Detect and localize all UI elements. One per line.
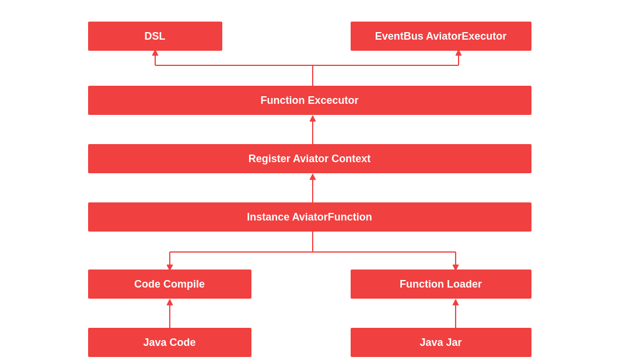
code-compile-label: Code Compile: [134, 278, 205, 290]
java-jar-box: Java Jar: [351, 328, 531, 357]
arrowhead-funcexec: [310, 116, 316, 121]
function-loader-box: Function Loader: [351, 270, 531, 299]
arrowhead-loader-bottom: [453, 299, 459, 305]
eventbus-label: EventBus AviatorExecutor: [375, 30, 507, 43]
function-executor-box: Function Excecutor: [88, 86, 531, 115]
arrows-overlay: [71, 10, 549, 354]
java-jar-label: Java Jar: [419, 337, 461, 349]
function-loader-label: Function Loader: [400, 278, 482, 290]
java-code-box: Java Code: [88, 328, 251, 357]
instance-aviator-label: Instance AviatorFunction: [247, 211, 372, 223]
function-executor-label: Function Excecutor: [260, 94, 358, 107]
code-compile-box: Code Compile: [88, 270, 251, 299]
architecture-diagram: DSL EventBus AviatorExecutor Function Ex…: [71, 10, 549, 354]
instance-aviator-box: Instance AviatorFunction: [88, 202, 531, 232]
dsl-box: DSL: [88, 22, 222, 51]
eventbus-box: EventBus AviatorExecutor: [351, 22, 531, 51]
arrowhead-register: [310, 174, 316, 180]
register-aviator-box: Register Aviator Context: [88, 144, 531, 173]
register-aviator-label: Register Aviator Context: [249, 153, 371, 165]
dsl-label: DSL: [145, 30, 166, 43]
java-code-label: Java Code: [143, 337, 195, 349]
arrowhead-code-compile-bottom: [167, 299, 173, 305]
